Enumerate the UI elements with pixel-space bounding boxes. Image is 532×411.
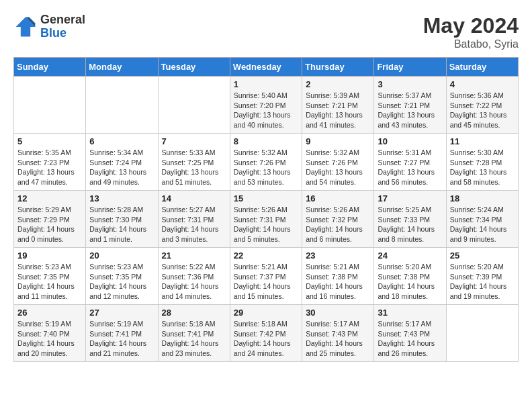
calendar-cell: 28Sunrise: 5:18 AM Sunset: 7:41 PM Dayli… <box>158 305 230 362</box>
day-number: 27 <box>89 308 154 318</box>
calendar-cell: 26Sunrise: 5:19 AM Sunset: 7:40 PM Dayli… <box>14 305 86 362</box>
header-day: Wednesday <box>230 58 302 77</box>
day-number: 1 <box>234 79 298 89</box>
day-number: 5 <box>17 136 82 146</box>
cell-info: Sunrise: 5:17 AM Sunset: 7:43 PM Dayligh… <box>306 319 370 359</box>
cell-info: Sunrise: 5:35 AM Sunset: 7:23 PM Dayligh… <box>17 148 82 187</box>
cell-info: Sunrise: 5:19 AM Sunset: 7:41 PM Dayligh… <box>89 319 154 359</box>
calendar-cell <box>158 77 230 134</box>
calendar-cell: 25Sunrise: 5:20 AM Sunset: 7:39 PM Dayli… <box>446 248 518 305</box>
day-number: 13 <box>89 193 154 203</box>
cell-info: Sunrise: 5:23 AM Sunset: 7:35 PM Dayligh… <box>89 262 154 302</box>
calendar-cell: 11Sunrise: 5:30 AM Sunset: 7:28 PM Dayli… <box>446 134 518 191</box>
day-number: 22 <box>234 250 298 261</box>
cell-info: Sunrise: 5:32 AM Sunset: 7:26 PM Dayligh… <box>234 148 298 187</box>
calendar-cell: 23Sunrise: 5:21 AM Sunset: 7:38 PM Dayli… <box>302 248 374 305</box>
calendar-cell: 13Sunrise: 5:28 AM Sunset: 7:30 PM Dayli… <box>86 191 158 248</box>
cell-info: Sunrise: 5:25 AM Sunset: 7:33 PM Dayligh… <box>378 205 442 244</box>
day-number: 19 <box>17 250 82 261</box>
cell-info: Sunrise: 5:20 AM Sunset: 7:39 PM Dayligh… <box>450 262 515 302</box>
calendar-cell: 8Sunrise: 5:32 AM Sunset: 7:26 PM Daylig… <box>230 134 302 191</box>
calendar-cell: 1Sunrise: 5:40 AM Sunset: 7:20 PM Daylig… <box>230 77 302 134</box>
calendar-cell: 4Sunrise: 5:36 AM Sunset: 7:22 PM Daylig… <box>446 77 518 134</box>
day-number: 12 <box>17 193 82 203</box>
header-day: Tuesday <box>158 58 230 77</box>
day-number: 21 <box>162 250 226 261</box>
calendar-cell: 5Sunrise: 5:35 AM Sunset: 7:23 PM Daylig… <box>14 134 86 191</box>
day-number: 8 <box>234 136 298 146</box>
calendar-cell: 3Sunrise: 5:37 AM Sunset: 7:21 PM Daylig… <box>374 77 446 134</box>
cell-info: Sunrise: 5:19 AM Sunset: 7:40 PM Dayligh… <box>17 319 82 359</box>
cell-info: Sunrise: 5:31 AM Sunset: 7:27 PM Dayligh… <box>378 148 442 187</box>
day-number: 10 <box>378 136 442 146</box>
day-number: 17 <box>378 193 442 203</box>
calendar-cell: 10Sunrise: 5:31 AM Sunset: 7:27 PM Dayli… <box>374 134 446 191</box>
day-number: 26 <box>17 308 82 318</box>
day-number: 9 <box>306 136 370 146</box>
calendar-week-row: 12Sunrise: 5:29 AM Sunset: 7:29 PM Dayli… <box>14 191 519 248</box>
cell-info: Sunrise: 5:30 AM Sunset: 7:28 PM Dayligh… <box>450 148 515 187</box>
svg-marker-0 <box>16 17 36 36</box>
calendar-body: 1Sunrise: 5:40 AM Sunset: 7:20 PM Daylig… <box>14 77 519 362</box>
day-number: 15 <box>234 193 298 203</box>
calendar-cell: 20Sunrise: 5:23 AM Sunset: 7:35 PM Dayli… <box>86 248 158 305</box>
calendar-cell: 9Sunrise: 5:32 AM Sunset: 7:26 PM Daylig… <box>302 134 374 191</box>
cell-info: Sunrise: 5:26 AM Sunset: 7:31 PM Dayligh… <box>234 205 298 244</box>
calendar-cell: 12Sunrise: 5:29 AM Sunset: 7:29 PM Dayli… <box>14 191 86 248</box>
header-day: Thursday <box>302 58 374 77</box>
month-year: May 2024 <box>423 13 519 38</box>
calendar-cell: 18Sunrise: 5:24 AM Sunset: 7:34 PM Dayli… <box>446 191 518 248</box>
calendar-week-row: 1Sunrise: 5:40 AM Sunset: 7:20 PM Daylig… <box>14 77 519 134</box>
day-number: 30 <box>306 308 370 318</box>
day-number: 28 <box>162 308 226 318</box>
calendar-table: SundayMondayTuesdayWednesdayThursdayFrid… <box>13 57 519 362</box>
header-day: Saturday <box>446 58 518 77</box>
calendar-cell: 15Sunrise: 5:26 AM Sunset: 7:31 PM Dayli… <box>230 191 302 248</box>
cell-info: Sunrise: 5:33 AM Sunset: 7:25 PM Dayligh… <box>162 148 226 187</box>
cell-info: Sunrise: 5:18 AM Sunset: 7:41 PM Dayligh… <box>162 319 226 359</box>
cell-info: Sunrise: 5:24 AM Sunset: 7:34 PM Dayligh… <box>450 205 515 244</box>
logo-text: General Blue <box>40 13 85 40</box>
cell-info: Sunrise: 5:23 AM Sunset: 7:35 PM Dayligh… <box>17 262 82 302</box>
cell-info: Sunrise: 5:36 AM Sunset: 7:22 PM Dayligh… <box>450 91 515 130</box>
calendar-cell: 29Sunrise: 5:18 AM Sunset: 7:42 PM Dayli… <box>230 305 302 362</box>
day-number: 3 <box>378 79 442 89</box>
cell-info: Sunrise: 5:34 AM Sunset: 7:24 PM Dayligh… <box>89 148 154 187</box>
calendar-cell: 24Sunrise: 5:20 AM Sunset: 7:38 PM Dayli… <box>374 248 446 305</box>
calendar-cell: 2Sunrise: 5:39 AM Sunset: 7:21 PM Daylig… <box>302 77 374 134</box>
calendar-cell: 21Sunrise: 5:22 AM Sunset: 7:36 PM Dayli… <box>158 248 230 305</box>
header-day: Monday <box>86 58 158 77</box>
calendar-cell <box>86 77 158 134</box>
cell-info: Sunrise: 5:17 AM Sunset: 7:43 PM Dayligh… <box>378 319 442 359</box>
header-row: SundayMondayTuesdayWednesdayThursdayFrid… <box>14 58 519 77</box>
calendar-cell: 27Sunrise: 5:19 AM Sunset: 7:41 PM Dayli… <box>86 305 158 362</box>
location: Batabo, Syria <box>423 38 519 50</box>
calendar-cell: 6Sunrise: 5:34 AM Sunset: 7:24 PM Daylig… <box>86 134 158 191</box>
calendar-cell: 22Sunrise: 5:21 AM Sunset: 7:37 PM Dayli… <box>230 248 302 305</box>
cell-info: Sunrise: 5:27 AM Sunset: 7:31 PM Dayligh… <box>162 205 226 244</box>
cell-info: Sunrise: 5:21 AM Sunset: 7:37 PM Dayligh… <box>234 262 298 302</box>
day-number: 4 <box>450 79 515 89</box>
calendar-cell: 31Sunrise: 5:17 AM Sunset: 7:43 PM Dayli… <box>374 305 446 362</box>
calendar-cell <box>14 77 86 134</box>
day-number: 29 <box>234 308 298 318</box>
cell-info: Sunrise: 5:26 AM Sunset: 7:32 PM Dayligh… <box>306 205 370 244</box>
calendar-cell: 30Sunrise: 5:17 AM Sunset: 7:43 PM Dayli… <box>302 305 374 362</box>
calendar-cell: 16Sunrise: 5:26 AM Sunset: 7:32 PM Dayli… <box>302 191 374 248</box>
title-block: May 2024 Batabo, Syria <box>423 13 519 50</box>
calendar-week-row: 26Sunrise: 5:19 AM Sunset: 7:40 PM Dayli… <box>14 305 519 362</box>
day-number: 14 <box>162 193 226 203</box>
calendar-header: SundayMondayTuesdayWednesdayThursdayFrid… <box>14 58 519 77</box>
cell-info: Sunrise: 5:20 AM Sunset: 7:38 PM Dayligh… <box>378 262 442 302</box>
cell-info: Sunrise: 5:39 AM Sunset: 7:21 PM Dayligh… <box>306 91 370 130</box>
calendar-cell: 19Sunrise: 5:23 AM Sunset: 7:35 PM Dayli… <box>14 248 86 305</box>
day-number: 6 <box>89 136 154 146</box>
cell-info: Sunrise: 5:21 AM Sunset: 7:38 PM Dayligh… <box>306 262 370 302</box>
day-number: 23 <box>306 250 370 261</box>
cell-info: Sunrise: 5:40 AM Sunset: 7:20 PM Dayligh… <box>234 91 298 130</box>
calendar-week-row: 5Sunrise: 5:35 AM Sunset: 7:23 PM Daylig… <box>14 134 519 191</box>
cell-info: Sunrise: 5:37 AM Sunset: 7:21 PM Dayligh… <box>378 91 442 130</box>
page-header: General Blue May 2024 Batabo, Syria <box>13 13 519 50</box>
day-number: 25 <box>450 250 515 261</box>
day-number: 24 <box>378 250 442 261</box>
